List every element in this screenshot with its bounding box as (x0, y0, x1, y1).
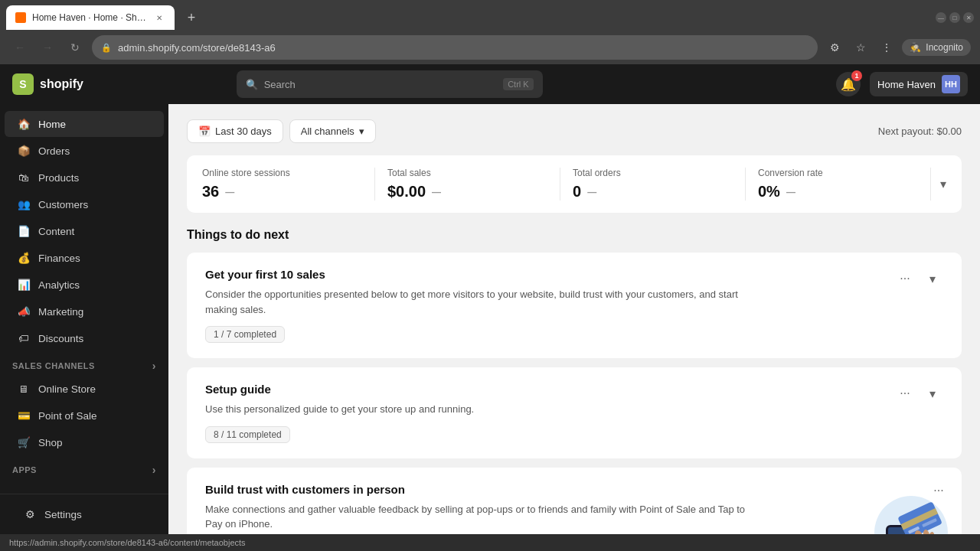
sidebar-item-content[interactable]: 📄 Content (5, 218, 164, 244)
sidebar-item-label: Orders (38, 145, 70, 157)
sidebar-item-marketing[interactable]: 📣 Marketing (5, 298, 164, 324)
sales-channels-section: Sales channels › (0, 352, 168, 375)
orders-change: — (587, 187, 596, 197)
task-card-menu-button[interactable]: ··· (928, 480, 949, 501)
sidebar-item-shop[interactable]: 🛒 Shop (5, 429, 164, 455)
sidebar-item-discounts[interactable]: 🏷 Discounts (5, 325, 164, 351)
task-card-desc: Use this personalized guide to get your … (205, 402, 474, 417)
reload-button[interactable]: ↻ (64, 37, 86, 58)
online-store-icon: 🖥 (17, 382, 31, 396)
sidebar-item-finances[interactable]: 💰 Finances (5, 245, 164, 271)
sidebar-item-home[interactable]: 🏠 Home (5, 111, 164, 137)
apps-expand-icon[interactable]: › (152, 464, 156, 476)
sidebar-item-online-store[interactable]: 🖥 Online Store (5, 376, 164, 402)
sidebar-item-label: Content (38, 226, 74, 237)
sidebar-item-label: Analytics (38, 279, 80, 291)
sales-value: $0.00 — (387, 183, 547, 201)
search-shortcut: Ctrl K (503, 78, 534, 90)
sidebar-item-label: Home (38, 119, 66, 130)
extensions-button[interactable]: ⚙ (824, 37, 845, 58)
shop-icon: 🛒 (17, 435, 31, 449)
task-card-actions: ··· (928, 480, 949, 501)
task-card-menu-button[interactable]: ··· (894, 268, 916, 289)
sidebar-item-label: Point of Sale (38, 410, 97, 422)
filter-controls: 📅 Last 30 days All channels ▾ (187, 119, 376, 143)
task-card-desc: Consider the opportunities presented bel… (205, 287, 756, 317)
expand-icon[interactable]: › (152, 360, 156, 372)
calendar-icon: 📅 (198, 126, 211, 137)
customers-icon: 👥 (17, 197, 31, 211)
orders-icon: 📦 (17, 144, 31, 158)
search-placeholder: Search (264, 79, 296, 90)
task-card-menu-button[interactable]: ··· (894, 383, 916, 404)
tab-close-button[interactable]: ✕ (153, 11, 165, 24)
shopify-topbar: S shopify 🔍 Search Ctrl K 🔔 1 Home Haven… (0, 64, 980, 104)
browser-chrome: Home Haven · Home · Shopify ✕ + — □ ✕ ← … (0, 0, 980, 104)
new-tab-button[interactable]: + (181, 7, 202, 28)
stat-conversion: Conversion rate 0% — (746, 168, 931, 201)
task-card-actions: ··· ▾ (894, 383, 943, 404)
store-selector[interactable]: Home Haven HH (870, 72, 968, 96)
bookmark-button[interactable]: ☆ (850, 37, 871, 58)
conversion-value: 0% — (758, 183, 918, 201)
sidebar-item-customers[interactable]: 👥 Customers (5, 191, 164, 217)
stats-card: Online store sessions 36 — Total sales $… (187, 155, 962, 213)
back-button[interactable]: ← (9, 37, 31, 58)
home-icon: 🏠 (17, 117, 31, 131)
task-card-title: Get your first 10 sales (205, 268, 756, 281)
forward-button[interactable]: → (37, 37, 58, 58)
task-card-content: Get your first 10 sales Consider the opp… (205, 268, 756, 343)
tab-favicon (15, 12, 26, 23)
task-card-header: Build trust with customers in person Mak… (205, 483, 943, 535)
conversion-change: — (786, 187, 795, 197)
task-card-title: Build trust with customers in person (205, 483, 851, 496)
conversion-label: Conversion rate (758, 168, 918, 178)
topbar-right: 🔔 1 Home Haven HH (836, 72, 968, 96)
task-card-first-sales: Get your first 10 sales Consider the opp… (187, 253, 962, 358)
sidebar-item-label: Shop (38, 437, 63, 448)
menu-button[interactable]: ⋮ (876, 37, 897, 58)
browser-toolbar: ← → ↻ 🔒 admin.shopify.com/store/de8143-a… (0, 31, 980, 64)
notification-button[interactable]: 🔔 1 (836, 72, 861, 96)
card-with-image: Build trust with customers in person Mak… (205, 483, 943, 535)
progress-badge: 8 / 11 completed (205, 426, 290, 443)
task-card-build-trust: Build trust with customers in person Mak… (187, 468, 962, 535)
url-text: admin.shopify.com/store/de8143-a6 (118, 42, 808, 54)
maximize-button[interactable]: □ (949, 12, 960, 23)
chevron-down-icon: ▾ (359, 126, 364, 137)
address-bar[interactable]: 🔒 admin.shopify.com/store/de8143-a6 (92, 35, 818, 60)
sidebar-item-analytics[interactable]: 📊 Analytics (5, 272, 164, 298)
task-card-setup-guide: Setup guide Use this personalized guide … (187, 367, 962, 458)
sidebar-item-label: Marketing (38, 306, 83, 318)
store-avatar: HH (942, 75, 960, 93)
channel-filter-button[interactable]: All channels ▾ (289, 119, 376, 143)
sidebar-bottom: ⚙ Settings (0, 494, 168, 534)
stat-sales: Total sales $0.00 — (375, 168, 560, 201)
search-bar[interactable]: 🔍 Search Ctrl K (237, 70, 543, 98)
stat-sessions: Online store sessions 36 — (202, 168, 375, 201)
task-card-expand-button[interactable]: ▾ (922, 383, 943, 404)
stats-expand-button[interactable]: ▾ (931, 168, 946, 201)
sidebar-item-products[interactable]: 🛍 Products (5, 165, 164, 191)
orders-label: Total orders (573, 168, 733, 178)
date-filter-button[interactable]: 📅 Last 30 days (187, 119, 283, 143)
status-url: https://admin.shopify.com/store/de8143-a… (9, 538, 246, 547)
browser-tab[interactable]: Home Haven · Home · Shopify ✕ (6, 5, 175, 30)
top-controls: 📅 Last 30 days All channels ▾ Next payou… (187, 119, 962, 143)
sidebar-item-label: Customers (38, 199, 88, 210)
minimize-button[interactable]: — (936, 12, 946, 23)
incognito-label: Incognito (926, 42, 963, 53)
sidebar-item-settings[interactable]: ⚙ Settings (11, 501, 158, 527)
close-button[interactable]: ✕ (963, 12, 974, 23)
sessions-value: 36 — (202, 183, 362, 201)
sidebar-item-orders[interactable]: 📦 Orders (5, 138, 164, 164)
sidebar-item-label: Settings (44, 509, 82, 520)
task-card-desc: Make connections and gather valuable fee… (205, 502, 756, 532)
task-card-expand-button[interactable]: ▾ (922, 268, 943, 289)
shopify-logo: S shopify (12, 73, 83, 95)
payout-info: Next payout: $0.00 (878, 126, 962, 137)
settings-icon: ⚙ (23, 507, 37, 521)
shopify-logo-icon: S (12, 73, 34, 95)
content-icon: 📄 (17, 224, 31, 238)
sidebar-item-pos[interactable]: 💳 Point of Sale (5, 403, 164, 429)
